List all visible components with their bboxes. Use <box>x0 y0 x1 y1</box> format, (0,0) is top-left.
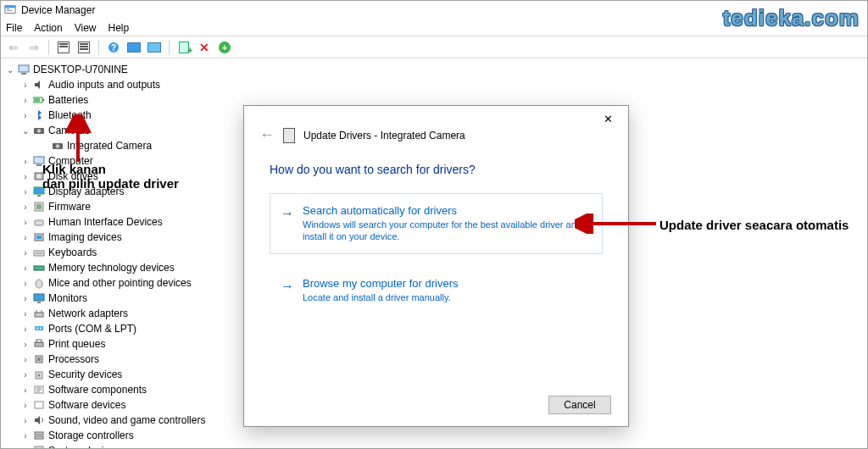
svg-rect-15 <box>34 157 44 164</box>
svg-rect-39 <box>36 340 42 342</box>
chevron-right-icon[interactable]: › <box>21 80 30 90</box>
tree-item[interactable]: ›Storage controllers <box>21 428 862 443</box>
properties-button[interactable] <box>75 38 93 57</box>
chevron-right-icon[interactable]: › <box>21 263 30 273</box>
svg-rect-20 <box>37 195 41 197</box>
chevron-right-icon[interactable]: › <box>21 111 30 120</box>
chevron-right-icon[interactable]: › <box>21 446 30 449</box>
help-icon: ? <box>107 41 120 54</box>
back-icon[interactable]: ← <box>259 126 275 144</box>
toolbar: ⇐ ⇒ ? ✕ + <box>1 36 867 58</box>
x-icon: ✕ <box>199 41 209 54</box>
svg-point-12 <box>37 129 41 132</box>
svg-rect-48 <box>35 446 43 448</box>
tree-item-label: Ports (COM & LPT) <box>48 323 136 335</box>
scan-hardware-button[interactable] <box>125 38 143 57</box>
forward-icon: ⇒ <box>29 42 39 53</box>
tree-root[interactable]: ⌄ DESKTOP-U70NINE <box>6 62 862 77</box>
uninstall-device-button[interactable]: ✕ <box>195 38 214 57</box>
chevron-right-icon[interactable]: › <box>21 309 30 319</box>
chevron-right-icon[interactable]: › <box>21 187 30 197</box>
tree-item-label: Mice and other pointing devices <box>48 277 192 289</box>
device-category-icon <box>33 155 45 167</box>
chevron-right-icon[interactable]: › <box>21 416 30 425</box>
doc-plus-icon <box>179 42 189 53</box>
tree-item-label: Security devices <box>48 369 122 380</box>
chevron-right-icon[interactable]: › <box>21 279 30 288</box>
tree-item-label: Human Interface Devices <box>48 216 163 228</box>
svg-rect-22 <box>36 204 42 209</box>
svg-rect-38 <box>35 342 43 346</box>
svg-rect-6 <box>19 65 29 72</box>
chevron-right-icon[interactable]: › <box>21 385 30 395</box>
close-button[interactable]: ✕ <box>591 108 625 129</box>
option-browse-computer[interactable]: → Browse my computer for drivers Locate … <box>270 266 603 314</box>
chevron-right-icon[interactable]: › <box>21 401 30 410</box>
tree-item-label: Disk drives <box>48 170 98 182</box>
svg-rect-7 <box>21 73 26 75</box>
svg-rect-46 <box>35 432 43 435</box>
menu-action[interactable]: Action <box>34 22 62 34</box>
svg-rect-3 <box>7 10 13 11</box>
chevron-right-icon[interactable]: › <box>21 248 30 258</box>
tree-root-label: DESKTOP-U70NINE <box>33 64 128 75</box>
chevron-right-icon[interactable]: › <box>21 157 30 166</box>
chevron-right-icon[interactable]: › <box>21 96 30 105</box>
device-category-icon <box>33 369 45 380</box>
option-search-automatically[interactable]: → Search automatically for drivers Windo… <box>270 193 603 254</box>
cancel-button[interactable]: Cancel <box>548 396 611 414</box>
tree-item-label: Cameras <box>48 125 90 136</box>
enable-device-button[interactable]: + <box>215 38 234 57</box>
menu-file[interactable]: File <box>6 22 22 34</box>
chevron-right-icon[interactable]: › <box>21 340 30 349</box>
chevron-right-icon[interactable]: › <box>21 370 30 380</box>
device-category-icon <box>33 109 45 121</box>
separator <box>48 40 49 55</box>
svg-rect-45 <box>35 402 43 408</box>
chevron-right-icon[interactable]: › <box>21 202 30 212</box>
device-category-icon <box>33 323 45 335</box>
dialog-title: Update Drivers - Integrated Camera <box>303 130 465 141</box>
tree-item[interactable]: ›Audio inputs and outputs <box>21 77 862 92</box>
show-hide-tree-button[interactable] <box>54 38 73 57</box>
chevron-down-icon[interactable]: ⌄ <box>21 126 30 136</box>
tree-item-label: Print queues <box>48 338 105 350</box>
option-title: Search automatically for drivers <box>303 204 590 217</box>
forward-button[interactable]: ⇒ <box>25 38 43 57</box>
chevron-right-icon[interactable]: › <box>21 431 30 441</box>
svg-rect-35 <box>35 326 43 330</box>
arrow-right-icon: → <box>281 279 294 294</box>
install-legacy-button[interactable] <box>175 38 193 57</box>
chevron-right-icon[interactable]: › <box>21 233 30 242</box>
menu-help[interactable]: Help <box>108 22 130 34</box>
device-category-icon <box>33 79 45 91</box>
svg-point-29 <box>36 280 42 288</box>
svg-rect-47 <box>35 436 43 439</box>
tree-item[interactable]: ›System devices <box>21 443 862 448</box>
tree-item-label: Keyboards <box>48 247 97 258</box>
option-desc: Windows will search your computer for th… <box>303 219 590 243</box>
tree-item-label: Integrated Camera <box>67 140 152 152</box>
menu-view[interactable]: View <box>75 22 97 34</box>
update-driver-button[interactable] <box>145 38 164 57</box>
separator <box>98 40 99 55</box>
chevron-right-icon[interactable]: › <box>21 355 30 364</box>
tree-item-label: Imaging devices <box>48 231 122 243</box>
monitor-icon <box>127 42 141 53</box>
chevron-right-icon[interactable]: › <box>21 294 30 303</box>
device-category-icon <box>33 399 45 411</box>
tree-item-label: Bluetooth <box>48 109 92 121</box>
chevron-right-icon[interactable]: › <box>21 324 30 334</box>
chevron-right-icon[interactable]: › <box>21 218 30 227</box>
tree-item-label: Batteries <box>48 94 88 106</box>
svg-rect-16 <box>36 164 42 166</box>
svg-rect-31 <box>37 302 41 303</box>
window-title: Device Manager <box>21 4 95 16</box>
device-category-icon <box>33 262 45 274</box>
back-button[interactable]: ⇐ <box>4 38 23 57</box>
chevron-right-icon[interactable]: › <box>21 172 30 181</box>
svg-point-37 <box>40 328 42 330</box>
svg-point-18 <box>37 175 42 179</box>
help-button[interactable]: ? <box>104 38 123 57</box>
chevron-down-icon[interactable]: ⌄ <box>6 65 14 75</box>
